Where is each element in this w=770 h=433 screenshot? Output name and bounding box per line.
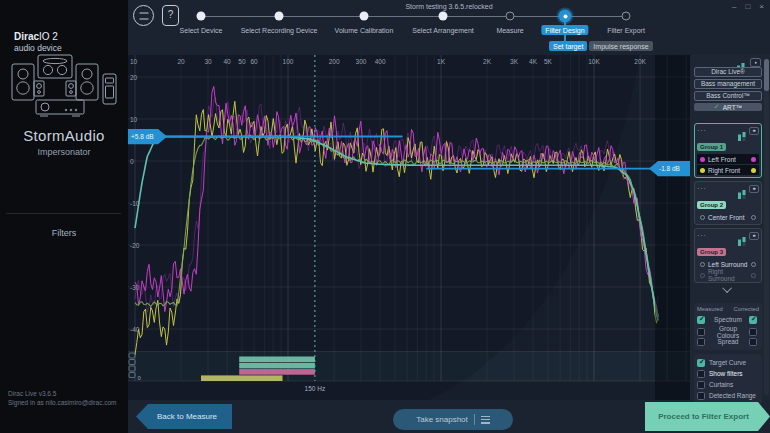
step-dot-measure[interactable]	[506, 12, 515, 21]
step-dot-select-recording-device[interactable]	[275, 12, 284, 21]
step-dot-select-device[interactable]	[197, 12, 206, 21]
filter-design-panel: Dirac Live®Bass managementBass Control™✓…	[690, 55, 770, 400]
step-dot-volume-calibration[interactable]	[360, 12, 369, 21]
db-axis-label: 10	[130, 116, 138, 123]
device-model-name: Impersonator	[0, 147, 128, 157]
svg-text:+5.8 dB: +5.8 dB	[131, 133, 154, 140]
channel-row-left: Right Front	[700, 167, 740, 174]
panel-scrollbar-track[interactable]	[764, 59, 769, 395]
db-axis-label: 0	[130, 158, 134, 165]
freq-axis-label: 5K	[544, 58, 553, 65]
group-box-1[interactable]: ···Group 1Left FrontRight Front	[694, 123, 762, 178]
legend-label: Spectrum	[707, 316, 749, 323]
art-toggle[interactable]: ✓ART™	[694, 103, 762, 111]
group-menu-icon[interactable]: ···	[697, 233, 707, 238]
channel-row-left: Right Surround	[700, 268, 751, 282]
expand-groups-button[interactable]	[694, 286, 762, 293]
step-label-select-device[interactable]: Select Device	[180, 27, 223, 34]
freq-axis-label: 300	[356, 58, 367, 65]
filter-band-bar[interactable]	[201, 375, 283, 381]
back-to-measure-button[interactable]: Back to Measure	[136, 404, 232, 429]
filter-band-bar[interactable]	[239, 369, 315, 375]
step-label-filter-export[interactable]: Filter Export	[607, 27, 645, 34]
option-checkbox-curtains[interactable]	[697, 381, 705, 389]
step-dot-select-arrangement[interactable]	[439, 12, 448, 21]
app-window: Storm testing 3.6.5.relocked – □ × ? Sel…	[0, 0, 770, 433]
legend-columns: MeasuredCorrected	[697, 306, 759, 312]
group-eye-icon[interactable]	[749, 232, 759, 240]
snapshot-list-icon[interactable]	[481, 416, 490, 424]
group-columns-icon[interactable]	[738, 232, 746, 240]
step-dot-filter-export[interactable]	[622, 12, 631, 21]
step-label-select-arrangement[interactable]: Select Arrangement	[412, 27, 473, 34]
group-box-2[interactable]: ···Group 2Center Front	[694, 181, 762, 225]
channel-row-left-front[interactable]: Left Front	[697, 154, 759, 164]
group-eye-icon[interactable]	[749, 127, 759, 135]
chevron-down-icon	[722, 283, 732, 293]
channel-color-dot	[700, 262, 705, 267]
signed-in-user: Signed in as nilo.casimiro@dirac.com	[8, 399, 116, 406]
cursor-frequency-label: 150 Hz	[305, 385, 326, 392]
measured-checkbox-spread[interactable]	[697, 338, 705, 346]
option-checkbox-show-filters[interactable]	[697, 370, 705, 378]
channel-row-right-surround[interactable]: Right Surround	[697, 270, 759, 280]
group-icons	[738, 127, 759, 135]
maximize-button[interactable]: □	[745, 0, 750, 13]
filter-band-bar[interactable]	[239, 363, 315, 369]
group-columns-icon[interactable]	[738, 127, 746, 135]
legend-col-corrected: Corrected	[734, 306, 759, 312]
step-label-volume-calibration[interactable]: Volume Calibration	[335, 27, 394, 34]
legend-row-group-colours: Group Colours	[697, 325, 759, 336]
channel-color-dot	[751, 262, 756, 267]
panel-eye-icon[interactable]	[750, 58, 761, 67]
step-label-filter-design[interactable]: Filter Design	[541, 25, 588, 35]
step-label-select-recording-device[interactable]: Select Recording Device	[241, 27, 318, 34]
panel-columns-icon[interactable]	[737, 58, 746, 67]
option-checkbox-detected-range[interactable]	[697, 392, 705, 400]
subtab-set-target[interactable]: Set target	[549, 41, 587, 51]
module-button-bass-management[interactable]: Bass management	[694, 79, 762, 89]
legend-col-measured: Measured	[697, 306, 723, 312]
menu-button[interactable]	[133, 5, 154, 26]
subtab-impulse-response[interactable]: Impulse response	[589, 41, 652, 51]
proceed-to-filter-export-button[interactable]: Proceed to Filter Export	[645, 402, 770, 431]
sidebar-item-filters[interactable]: Filters	[0, 228, 128, 238]
legend-label: Group Colours	[707, 325, 749, 339]
channel-row-center-front[interactable]: Center Front	[697, 212, 759, 222]
art-label: ART™	[723, 104, 742, 111]
filter-design-subtabs: Set targetImpulse response	[549, 41, 653, 51]
svg-text:-1.8 dB: -1.8 dB	[659, 165, 680, 172]
panel-toolbar	[694, 58, 762, 67]
minimize-button[interactable]: –	[732, 0, 736, 13]
legend-label: Spread	[707, 338, 749, 345]
channel-color-dot	[751, 168, 756, 173]
close-button[interactable]: ×	[759, 0, 764, 13]
take-snapshot-button[interactable]: Take snapshot	[393, 409, 513, 430]
group-menu-icon[interactable]: ···	[697, 128, 707, 133]
option-checkbox-target-curve[interactable]	[697, 359, 705, 367]
group-columns-icon[interactable]	[738, 185, 746, 193]
measured-checkbox-spectrum[interactable]	[697, 316, 705, 324]
window-title: Storm testing 3.6.5.relocked	[128, 0, 770, 12]
group-eye-icon[interactable]	[749, 185, 759, 193]
channel-row-right-front[interactable]: Right Front	[697, 165, 759, 175]
channel-name: Left Surround	[708, 261, 747, 268]
corrected-checkbox-spread[interactable]	[749, 338, 757, 346]
freq-axis-label: 30	[204, 58, 212, 65]
module-button-dirac-live[interactable]: Dirac Live®	[694, 67, 762, 77]
module-button-bass-control[interactable]: Bass Control™	[694, 91, 762, 101]
step-dot-filter-design[interactable]	[559, 10, 572, 23]
corrected-checkbox-spectrum[interactable]	[749, 316, 757, 324]
corrected-checkbox-group-colours[interactable]	[749, 328, 757, 336]
device-product-name: StormAudio	[0, 127, 128, 144]
step-label-measure[interactable]: Measure	[496, 27, 523, 34]
display-legend: MeasuredCorrectedSpectrumGroup ColoursSp…	[694, 303, 762, 350]
filter-band-bar[interactable]	[239, 357, 315, 363]
group-menu-icon[interactable]: ···	[697, 186, 707, 191]
measured-checkbox-group-colours[interactable]	[697, 328, 705, 336]
help-button[interactable]: ?	[162, 5, 179, 26]
panel-scrollbar-thumb[interactable]	[764, 59, 769, 91]
legend-row-spread: Spread	[697, 336, 759, 347]
group-box-3[interactable]: ···Group 3Left SurroundRight Surround	[694, 228, 762, 283]
group-header: ···	[697, 184, 759, 193]
